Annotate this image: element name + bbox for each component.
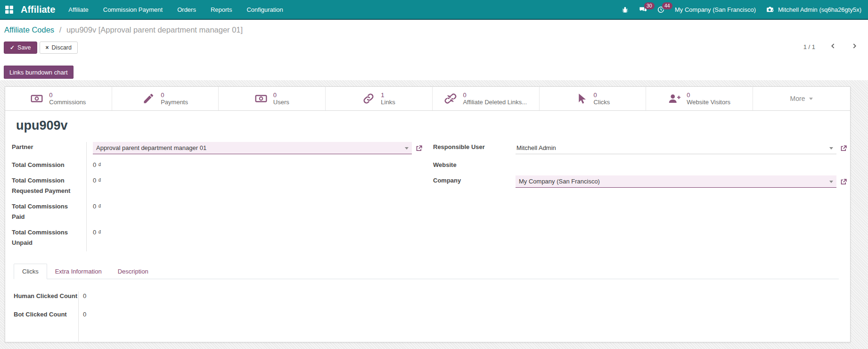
external-link-icon[interactable] xyxy=(840,178,847,185)
partner-label: Partner xyxy=(12,142,86,152)
pager-previous-button[interactable] xyxy=(828,42,837,51)
stat-affiliate-deleted-links[interactable]: 0Affiliate Deleted Links... xyxy=(433,87,540,110)
messages-button[interactable]: 30 xyxy=(639,6,647,14)
form-sheet: 0Commissions 0Payments 0Users 1Links 0Af… xyxy=(5,86,851,342)
apps-menu-button[interactable] xyxy=(5,5,14,14)
menu-configuration[interactable]: Configuration xyxy=(246,6,283,13)
user-plus-icon xyxy=(668,92,680,105)
chevron-down-icon[interactable] xyxy=(405,147,409,150)
tab-extra-information[interactable]: Extra Information xyxy=(47,264,110,279)
human-clicked-count-label: Human Clicked Count xyxy=(14,291,78,301)
tab-strip: Clicks Extra Information Description xyxy=(14,264,839,279)
clicks-tab-pane: Human Clicked Count 0 Bot Clicked Count … xyxy=(14,291,839,341)
stat-label: Commissions xyxy=(49,99,86,106)
menu-commission-payment[interactable]: Commission Payment xyxy=(103,6,163,13)
breadcrumb-current: upu909v [Approval parent department mana… xyxy=(66,25,243,34)
discard-button-label: Discard xyxy=(52,44,72,51)
cursor-icon xyxy=(575,92,588,105)
save-button[interactable]: ✓ Save xyxy=(4,42,37,54)
company-input[interactable] xyxy=(516,175,836,188)
chain-broken-icon xyxy=(444,92,457,105)
bot-clicked-count-value: 0 xyxy=(78,310,86,319)
breadcrumb-parent-link[interactable]: Affiliate Codes xyxy=(4,25,54,34)
stat-label: Clicks xyxy=(594,99,610,106)
menu-reports[interactable]: Reports xyxy=(211,6,232,13)
company-switcher[interactable]: My Company (San Francisco) xyxy=(675,6,756,13)
save-button-label: Save xyxy=(17,44,31,51)
discard-button[interactable]: × Discard xyxy=(40,42,78,54)
pager-next-button[interactable] xyxy=(850,42,859,51)
left-field-group: Partner Total Commission xyxy=(12,142,423,253)
responsible-user-input[interactable] xyxy=(516,142,836,154)
website-label: Website xyxy=(433,160,516,170)
responsible-user-label: Responsible User xyxy=(433,142,516,152)
menu-orders[interactable]: Orders xyxy=(177,6,196,13)
stat-label: Users xyxy=(273,99,289,106)
debug-mode-button[interactable] xyxy=(621,6,629,14)
menu-affiliate[interactable]: Affiliate xyxy=(68,6,88,13)
external-link-icon[interactable] xyxy=(840,145,847,152)
app-brand[interactable]: Affiliate xyxy=(21,4,55,15)
breadcrumb: Affiliate Codes / upu909v [Approval pare… xyxy=(4,25,243,34)
avatar-camera-icon xyxy=(766,5,774,14)
pager-value: 1 / 1 xyxy=(803,43,815,50)
chevron-left-icon xyxy=(830,43,836,49)
breadcrumb-separator: / xyxy=(59,25,62,34)
stat-value: 0 xyxy=(161,91,188,99)
activities-button[interactable]: 44 xyxy=(657,6,665,14)
stat-clicks[interactable]: 0Clicks xyxy=(540,87,647,110)
group-separator-line xyxy=(78,291,79,341)
group-separator-line xyxy=(86,142,87,251)
close-icon: × xyxy=(46,44,49,51)
stat-website-visitors[interactable]: 0Website Visitors xyxy=(646,87,753,110)
stat-payments[interactable]: 0Payments xyxy=(112,87,219,110)
bug-icon xyxy=(621,6,629,14)
stat-value: 0 xyxy=(463,91,527,99)
check-icon: ✓ xyxy=(10,44,15,51)
stat-value: 0 xyxy=(594,91,610,99)
more-button[interactable]: More xyxy=(753,87,850,110)
notebook: Clicks Extra Information Description xyxy=(14,264,839,279)
website-value[interactable] xyxy=(516,160,847,170)
chevron-right-icon xyxy=(852,43,858,49)
external-link-icon[interactable] xyxy=(416,145,423,152)
total-commissions-paid-value: 0 ₫ xyxy=(86,201,423,211)
record-title: upu909v xyxy=(16,118,850,133)
money-icon xyxy=(31,92,43,105)
activities-badge: 44 xyxy=(662,2,672,9)
top-navbar: Affiliate Affiliate Commission Payment O… xyxy=(0,0,868,20)
chevron-down-icon[interactable] xyxy=(829,147,833,150)
links-burndown-chart-button[interactable]: Links burndown chart xyxy=(4,66,74,79)
stat-commissions[interactable]: 0Commissions xyxy=(5,87,112,110)
stat-label: Affiliate Deleted Links... xyxy=(463,99,527,106)
chevron-down-icon[interactable] xyxy=(829,181,833,183)
stat-value: 1 xyxy=(381,91,395,99)
tab-clicks[interactable]: Clicks xyxy=(14,264,47,279)
apps-grid-icon xyxy=(5,5,14,14)
user-menu[interactable]: Mitchell Admin (sq6ha26gty5x) xyxy=(766,5,861,14)
stat-label: Payments xyxy=(161,99,188,106)
total-commissions-unpaid-value: 0 ₫ xyxy=(86,227,423,237)
stat-users[interactable]: 0Users xyxy=(219,87,326,110)
user-name: Mitchell Admin (sq6ha26gty5x) xyxy=(778,6,861,13)
total-commissions-unpaid-label: Total Commissions Unpaid xyxy=(12,227,86,248)
chain-icon xyxy=(362,92,375,105)
stat-label: Website Visitors xyxy=(687,99,730,106)
right-field-group: Responsible User Website xyxy=(433,142,847,253)
screen: Affiliate Affiliate Commission Payment O… xyxy=(0,0,868,349)
stat-value: 0 xyxy=(273,91,289,99)
page-background: 0Commissions 0Payments 0Users 1Links 0Af… xyxy=(0,80,868,349)
messages-badge: 30 xyxy=(644,2,655,9)
stat-label: Links xyxy=(381,99,395,106)
control-panel: Affiliate Codes / upu909v [Approval pare… xyxy=(0,20,868,80)
bot-clicked-count-label: Bot Clicked Count xyxy=(14,310,78,319)
chevron-down-icon xyxy=(809,98,813,100)
stat-value: 0 xyxy=(687,91,730,99)
money-icon xyxy=(255,92,267,105)
partner-input[interactable] xyxy=(93,142,412,154)
pager: 1 / 1 xyxy=(803,42,859,51)
total-commission-requested-label: Total Commission Requested Payment xyxy=(12,175,86,196)
stat-links[interactable]: 1Links xyxy=(326,87,433,110)
total-commission-requested-value: 0 ₫ xyxy=(86,175,423,185)
tab-description[interactable]: Description xyxy=(110,264,156,279)
